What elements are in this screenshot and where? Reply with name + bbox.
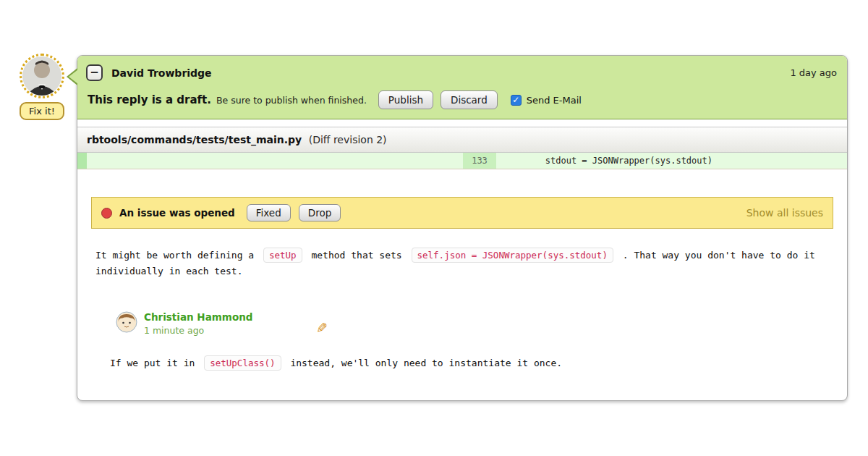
collapse-review-button[interactable]: − — [86, 64, 103, 81]
issue-open-icon — [101, 208, 112, 219]
diff-code-line: stdout = JSONWrapper(sys.stdout) — [496, 153, 847, 169]
draft-banner-title: This reply is a draft. — [88, 93, 211, 106]
comment-inline-code-setup: setUp — [263, 248, 302, 263]
draft-review-header: − David Trowbridge 1 day ago This reply … — [77, 56, 847, 119]
issue-fixed-button[interactable]: Fixed — [247, 204, 291, 221]
review-author-name: David Trowbridge — [111, 67, 212, 79]
comment-text-part2: method that sets — [311, 250, 401, 261]
send-email-label[interactable]: Send E-Mail — [527, 95, 582, 106]
review-timestamp: 1 day ago — [790, 67, 837, 78]
reply-text-part2: instead, we'll only need to instantiate … — [290, 358, 562, 368]
reviewer-avatar[interactable] — [20, 54, 64, 98]
issue-status-label: An issue was opened — [119, 207, 235, 219]
reply-meta: Christian Hammond 1 minute ago — [144, 311, 252, 336]
reply-avatar-image — [116, 311, 137, 333]
diff-filename[interactable]: rbtools/commands/tests/test_main.py — [87, 134, 302, 145]
draft-pencil-icon[interactable]: ✎ — [316, 321, 328, 335]
issue-banner: An issue was opened Fixed Drop Show all … — [91, 197, 833, 229]
publish-button[interactable]: Publish — [378, 90, 433, 109]
comment-text: It might be worth defining a setUp metho… — [95, 248, 828, 279]
fix-it-button[interactable]: Fix it! — [20, 102, 64, 120]
comment-text-part1: It might be worth defining a — [95, 250, 254, 261]
draft-banner-row: This reply is a draft. Be sure to publis… — [86, 90, 837, 109]
diff-line-number: 133 — [463, 153, 496, 169]
speech-bubble-arrow-fill — [69, 69, 78, 84]
diff-file-header: rbtools/commands/tests/test_main.py (Dif… — [77, 127, 847, 153]
issue-drop-button[interactable]: Drop — [299, 204, 341, 221]
reviewer-avatar-column: Fix it! — [14, 54, 69, 120]
reply-author-avatar[interactable] — [116, 311, 137, 333]
diff-left-content — [87, 153, 463, 169]
reviewer-avatar-image — [22, 56, 61, 96]
discard-button[interactable]: Discard — [441, 90, 498, 109]
diff-line-row[interactable]: 133 stdout = JSONWrapper(sys.stdout) — [77, 153, 847, 169]
diff-revision-label: (Diff revision 2) — [309, 134, 387, 145]
show-all-issues-link[interactable]: Show all issues — [746, 207, 823, 219]
reply-text: If we put it in setUpClass() instead, we… — [110, 355, 828, 371]
review-reply-box: − David Trowbridge 1 day ago This reply … — [77, 55, 848, 401]
spacer — [77, 119, 847, 127]
comment-inline-code-selfjson: self.json = JSONWrapper(sys.stdout) — [412, 248, 613, 263]
reply-timestamp: 1 minute ago — [144, 325, 252, 336]
diff-left-gutter — [77, 153, 87, 169]
reply-author-name[interactable]: Christian Hammond — [144, 311, 252, 323]
reply-text-part1: If we put it in — [110, 358, 195, 368]
send-email-checkbox[interactable]: ✓ — [511, 95, 522, 106]
draft-banner-subtitle: Be sure to publish when finished. — [216, 95, 367, 106]
reply-header: Christian Hammond 1 minute ago ✎ — [116, 311, 847, 336]
review-author-row: − David Trowbridge 1 day ago — [86, 64, 837, 81]
reply-inline-code-setupclass: setUpClass() — [204, 355, 281, 371]
